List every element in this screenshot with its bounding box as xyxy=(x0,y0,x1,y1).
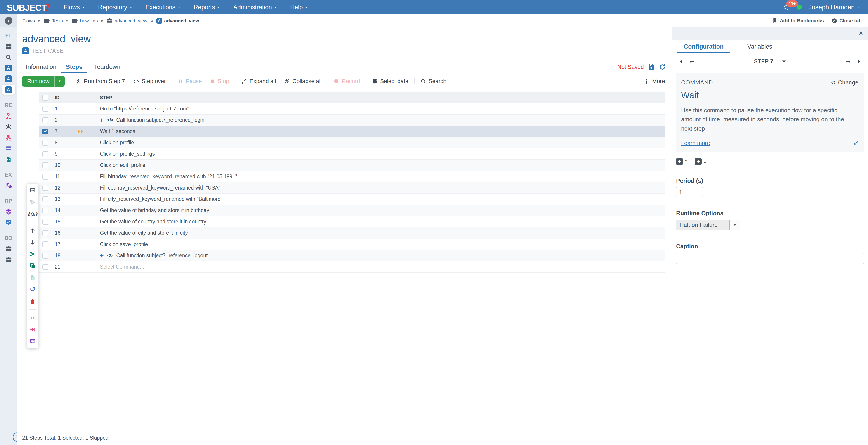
undo-button[interactable]: ↺ xyxy=(30,286,35,293)
breadcrumb-advanced-view[interactable]: A advanced_view xyxy=(156,18,199,24)
run-from-step-button[interactable]: Run from Step 7 xyxy=(71,78,129,84)
table-row[interactable]: 18+</>Call function subject7_reference_l… xyxy=(39,250,664,261)
search-button[interactable]: Search xyxy=(416,78,451,84)
sidebar-item-bo-2[interactable] xyxy=(0,254,17,265)
row-checkbox[interactable] xyxy=(42,129,49,134)
insert-step-above-button[interactable]: +↑ xyxy=(676,158,688,165)
caption-input[interactable] xyxy=(676,252,864,264)
period-input[interactable] xyxy=(676,187,703,198)
copy-button[interactable] xyxy=(30,262,35,270)
sidebar-item-testcase-active[interactable]: A xyxy=(2,85,15,95)
add-to-bookmarks-button[interactable]: Add to Bookmarks xyxy=(772,18,824,24)
breadcrumb-how-tos[interactable]: how_tos xyxy=(72,18,98,24)
row-checkbox[interactable] xyxy=(42,208,49,213)
tab-variables[interactable]: Variables xyxy=(732,40,788,53)
add-parameter-icon[interactable]: + xyxy=(100,117,103,123)
add-parameter-icon[interactable]: + xyxy=(100,252,103,259)
more-button[interactable]: ⋮ More xyxy=(643,77,665,85)
step-select-caret[interactable] xyxy=(782,60,786,63)
menu-administration[interactable]: Administration▼ xyxy=(233,4,277,11)
sidebar-item-testcase-2[interactable]: A xyxy=(0,73,17,84)
menu-executions[interactable]: Executions▼ xyxy=(146,4,181,11)
close-tab-button[interactable]: Close tab xyxy=(831,18,862,24)
insert-step-below-button[interactable]: +↓ xyxy=(695,158,707,165)
sidebar-item-bo-1[interactable] xyxy=(0,243,17,254)
row-checkbox[interactable] xyxy=(42,151,49,157)
menu-reports[interactable]: Reports▼ xyxy=(194,4,220,11)
notifications-button[interactable]: 11+ xyxy=(783,4,790,11)
table-row[interactable]: 11Fill birthday_reserved_keyword_renamed… xyxy=(39,171,664,182)
change-command-button[interactable]: ↺ Change xyxy=(831,79,859,86)
screenshot-button[interactable] xyxy=(29,187,36,194)
table-row[interactable]: 13Fill city_reserved_keyword_renamed wit… xyxy=(39,194,664,205)
table-row[interactable]: 12Fill country_reserved_keyword_renamed … xyxy=(39,182,664,194)
sidebar-item-dashboards[interactable] xyxy=(0,217,17,228)
row-checkbox[interactable] xyxy=(42,219,49,225)
table-row[interactable]: 7Wait 1 seconds xyxy=(39,126,664,137)
cut-button[interactable] xyxy=(29,250,36,258)
row-checkbox[interactable] xyxy=(42,196,49,202)
sidebar-item-sitemap-1[interactable] xyxy=(0,110,17,121)
sidebar-item-suites[interactable] xyxy=(0,41,17,52)
delete-button[interactable] xyxy=(30,298,35,305)
go-to-step-button[interactable] xyxy=(30,326,36,333)
comment-button[interactable] xyxy=(29,338,36,345)
sidebar-item-executions[interactable] xyxy=(0,180,17,191)
row-checkbox[interactable] xyxy=(42,241,49,247)
row-checkbox[interactable] xyxy=(42,117,49,123)
tab-steps[interactable]: Steps xyxy=(58,61,91,72)
table-row[interactable]: 17Click on save_profile xyxy=(39,239,664,250)
menu-help[interactable]: Help▼ xyxy=(290,4,308,11)
sidebar-item-search[interactable] xyxy=(0,52,17,63)
user-menu[interactable]: Joseph Hamdan ▼ xyxy=(809,4,860,11)
row-checkbox[interactable] xyxy=(42,162,49,168)
expand-all-button[interactable]: Expand all xyxy=(237,78,280,84)
collapse-card-icon[interactable] xyxy=(853,140,859,146)
table-row[interactable]: 10Click on edit_profile xyxy=(39,160,664,171)
breadcrumb-advanced-view-suite[interactable]: advanced_view xyxy=(107,18,147,24)
table-row[interactable]: 9Click on profile_settings xyxy=(39,148,664,160)
first-step-icon[interactable] xyxy=(678,59,683,64)
menu-repository[interactable]: Repository▼ xyxy=(98,4,132,11)
previous-step-icon[interactable] xyxy=(689,59,694,64)
sidebar-item-layers[interactable] xyxy=(0,206,17,217)
row-checkbox[interactable] xyxy=(42,106,49,112)
app-logo[interactable]: SUBJECT7 xyxy=(7,1,50,13)
select-data-button[interactable]: Select data xyxy=(368,78,412,84)
move-up-button[interactable] xyxy=(30,227,35,234)
row-checkbox[interactable] xyxy=(42,230,49,236)
last-step-icon[interactable] xyxy=(857,59,862,64)
menu-flows[interactable]: Flows▼ xyxy=(64,4,85,11)
sidebar-item-hub[interactable] xyxy=(0,121,17,132)
tab-information[interactable]: Information xyxy=(25,61,58,72)
collapse-all-button[interactable]: Collapse all xyxy=(280,78,326,84)
next-step-icon[interactable] xyxy=(845,59,851,64)
row-checkbox[interactable] xyxy=(42,253,49,259)
select-all-checkbox[interactable] xyxy=(42,95,49,101)
table-row[interactable]: 14Get the value of birthday and store it… xyxy=(39,205,664,216)
breadcrumb-flows[interactable]: Flows xyxy=(22,18,35,24)
sidebar-item-card[interactable] xyxy=(0,143,17,154)
row-checkbox[interactable] xyxy=(42,264,49,270)
sidebar-item-testcase-1[interactable]: A xyxy=(0,63,17,73)
close-icon[interactable]: × xyxy=(859,29,863,37)
row-checkbox[interactable] xyxy=(42,140,49,146)
save-icon[interactable] xyxy=(648,64,655,70)
row-checkbox[interactable] xyxy=(42,174,49,179)
tab-teardown[interactable]: Teardown xyxy=(91,61,124,72)
runtime-options-select[interactable]: Halt on Failure xyxy=(676,219,740,230)
table-row[interactable]: 16Get the value of city and store it in … xyxy=(39,228,664,239)
table-row[interactable]: 8Click on profile xyxy=(39,137,664,148)
table-row[interactable]: 21Select Command... xyxy=(39,261,664,273)
row-checkbox[interactable] xyxy=(42,185,49,191)
sidebar-item-sitemap-2[interactable] xyxy=(0,132,17,143)
table-row[interactable]: 2+</>Call function subject7_reference_lo… xyxy=(39,114,664,126)
step-over-button[interactable]: Step over xyxy=(129,78,170,84)
table-row[interactable]: 15Get the value of country and store it … xyxy=(39,216,664,228)
tab-configuration[interactable]: Configuration xyxy=(676,40,732,53)
table-row[interactable]: 1Go to "https://reference.subject-7.com" xyxy=(39,103,664,114)
sidebar-item-code-doc[interactable] xyxy=(0,154,17,165)
learn-more-link[interactable]: Learn more xyxy=(681,140,710,146)
breadcrumb-tests[interactable]: Tests xyxy=(44,18,63,24)
refresh-icon[interactable] xyxy=(659,64,666,70)
